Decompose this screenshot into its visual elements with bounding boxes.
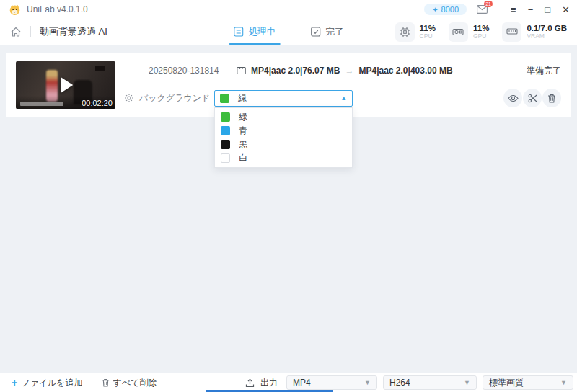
vram-value: 0.1/7.0 GB bbox=[527, 24, 567, 33]
gpu-value: 11% bbox=[473, 24, 489, 33]
tab-bar: 処理中 完了 bbox=[232, 19, 345, 45]
add-files-button[interactable]: + ファイルを追加 bbox=[12, 377, 83, 389]
titlebar: UniFab v4.0.1.0 ✦ 8000 21 ≡ − □ ✕ bbox=[0, 0, 577, 19]
tab-completed-label: 完了 bbox=[325, 26, 343, 38]
credits-value: 8000 bbox=[441, 5, 459, 14]
home-icon bbox=[10, 27, 22, 37]
cpu-icon bbox=[395, 22, 415, 42]
background-label: バックグラウンド bbox=[139, 92, 210, 104]
task-card: 00:02:20 20250820-131814 MP4|aac 2.0|76.… bbox=[6, 53, 571, 117]
completed-check-icon bbox=[310, 27, 320, 37]
cpu-value: 11% bbox=[420, 24, 436, 33]
background-dropdown: 緑 青 黒 白 bbox=[214, 107, 353, 168]
mail-button[interactable]: 21 bbox=[477, 5, 488, 14]
close-button[interactable]: ✕ bbox=[562, 5, 570, 14]
eye-icon bbox=[508, 94, 519, 102]
chevron-down-icon: ▼ bbox=[364, 379, 371, 386]
background-select-wrap: 緑 ▲ 緑 青 bbox=[214, 90, 353, 107]
output-label: 出力 bbox=[260, 377, 278, 389]
minimize-button[interactable]: − bbox=[528, 5, 534, 14]
output-settings: 出力 MP4 ▼ H264 ▼ 標準画質 ▼ bbox=[245, 375, 573, 390]
source-format: MP4|aac 2.0|76.07 MB bbox=[251, 66, 340, 76]
subtitle-overlay bbox=[20, 102, 63, 106]
codec-select[interactable]: H264 ▼ bbox=[383, 375, 477, 390]
arrow-icon: → bbox=[345, 66, 353, 76]
video-thumbnail[interactable]: 00:02:20 bbox=[16, 61, 115, 109]
task-actions bbox=[503, 89, 561, 107]
tab-completed[interactable]: 完了 bbox=[309, 19, 345, 45]
trash-icon bbox=[102, 378, 110, 387]
system-stats: 11% CPU 11% GPU 0.1/7.0 GB V bbox=[395, 22, 567, 42]
tab-processing-label: 処理中 bbox=[249, 26, 276, 38]
format-value: MP4 bbox=[293, 378, 311, 388]
unifab-logo-icon bbox=[9, 4, 21, 16]
quality-value: 標準画質 bbox=[489, 377, 524, 389]
gpu-label: GPU bbox=[473, 33, 489, 40]
blue-swatch bbox=[221, 126, 230, 135]
green-swatch bbox=[221, 112, 230, 122]
quality-select[interactable]: 標準画質 ▼ bbox=[483, 375, 573, 390]
output-format: MP4|aac 2.0|403.00 MB bbox=[358, 66, 452, 76]
chevron-up-icon: ▲ bbox=[340, 94, 347, 102]
cpu-label: CPU bbox=[420, 33, 436, 40]
chevron-down-icon: ▼ bbox=[464, 379, 470, 386]
credits-badge[interactable]: ✦ 8000 bbox=[424, 4, 467, 15]
tab-processing[interactable]: 処理中 bbox=[232, 19, 278, 45]
unifab-window: UniFab v4.0.1.0 ✦ 8000 21 ≡ − □ ✕ 動画背景透過… bbox=[0, 0, 577, 392]
mail-notification-badge: 21 bbox=[484, 1, 493, 7]
vram-label: VRAM bbox=[527, 33, 567, 40]
divider bbox=[30, 26, 31, 37]
gpu-stat: 11% GPU bbox=[449, 22, 489, 42]
trash-icon bbox=[547, 94, 556, 103]
option-black[interactable]: 黒 bbox=[215, 138, 352, 151]
scissors-icon bbox=[528, 94, 537, 103]
trim-button[interactable] bbox=[523, 89, 542, 107]
home-button[interactable] bbox=[10, 27, 22, 37]
output-icon bbox=[245, 378, 255, 388]
page-title: 動画背景透過 AI bbox=[40, 25, 107, 38]
selected-color-label: 緑 bbox=[238, 92, 247, 104]
white-swatch bbox=[221, 153, 230, 163]
format-select[interactable]: MP4 ▼ bbox=[286, 375, 377, 390]
delete-all-label: すべて削除 bbox=[113, 377, 157, 389]
chevron-down-icon: ▼ bbox=[560, 379, 567, 386]
preview-button[interactable] bbox=[503, 89, 522, 107]
navbar: 動画背景透過 AI 処理中 完了 bbox=[0, 19, 577, 45]
add-files-label: ファイルを追加 bbox=[21, 377, 82, 389]
maximize-button[interactable]: □ bbox=[545, 5, 550, 14]
play-icon[interactable] bbox=[61, 77, 73, 93]
black-swatch bbox=[221, 140, 230, 149]
video-file-icon bbox=[237, 66, 246, 75]
app-title: UniFab v4.0.1.0 bbox=[27, 4, 88, 14]
processing-list-icon bbox=[234, 27, 244, 37]
cpu-stat: 11% CPU bbox=[395, 22, 436, 42]
delete-all-button[interactable]: すべて削除 bbox=[102, 377, 157, 389]
video-duration: 00:02:20 bbox=[82, 99, 113, 107]
delete-button[interactable] bbox=[542, 89, 561, 107]
menu-button[interactable]: ≡ bbox=[511, 5, 516, 14]
status-text: 準備完了 bbox=[527, 65, 561, 77]
gpu-icon bbox=[449, 22, 468, 42]
background-settings-icon bbox=[124, 93, 134, 103]
option-green[interactable]: 緑 bbox=[215, 110, 352, 124]
vram-stat: 0.1/7.0 GB VRAM bbox=[502, 22, 567, 42]
thumbnail-lamp bbox=[95, 66, 105, 71]
background-select[interactable]: 緑 ▲ bbox=[214, 90, 353, 107]
star-icon: ✦ bbox=[432, 6, 438, 14]
plus-icon: + bbox=[12, 377, 17, 388]
option-white[interactable]: 白 bbox=[215, 151, 352, 165]
file-name: 20250820-131814 bbox=[149, 66, 237, 76]
footer-toolbar: + ファイルを追加 すべて削除 出力 MP4 ▼ H264 ▼ bbox=[0, 373, 577, 392]
option-blue[interactable]: 青 bbox=[215, 124, 352, 138]
task-list-area: 00:02:20 20250820-131814 MP4|aac 2.0|76.… bbox=[0, 45, 577, 373]
selected-color-swatch bbox=[220, 94, 229, 103]
format-info: MP4|aac 2.0|76.07 MB → MP4|aac 2.0|403.0… bbox=[237, 66, 453, 76]
vram-icon bbox=[502, 22, 521, 42]
codec-value: H264 bbox=[389, 378, 410, 388]
